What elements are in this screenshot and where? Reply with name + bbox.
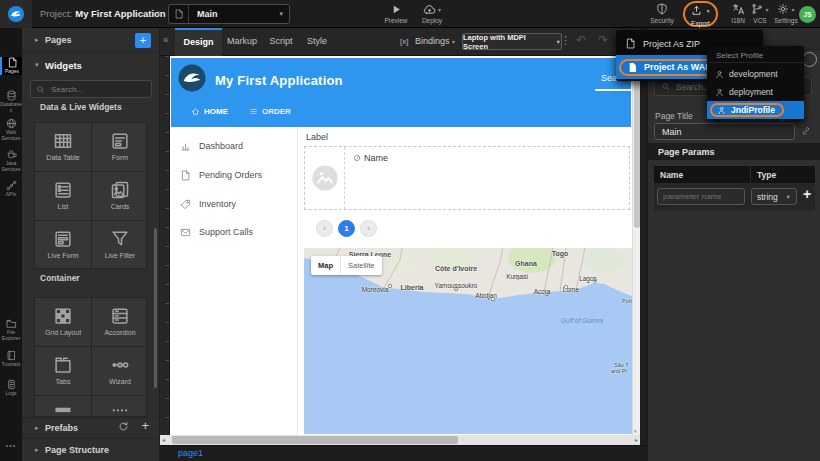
- page-params-header[interactable]: Page Params: [648, 143, 820, 160]
- redo-button[interactable]: ↷: [598, 33, 608, 47]
- widget-list[interactable]: List: [35, 172, 91, 220]
- undo-button[interactable]: ↶: [576, 33, 586, 47]
- widget-live-filter[interactable]: Live Filter: [92, 221, 147, 269]
- widget-search-input[interactable]: [49, 84, 146, 95]
- widget-tabs[interactable]: Tabs: [35, 347, 91, 395]
- filter-icon: [110, 229, 130, 249]
- preview-button[interactable]: Preview: [376, 2, 416, 24]
- api-icon: [0, 180, 22, 191]
- refresh-icon[interactable]: [118, 421, 129, 432]
- pagination-next-button[interactable]: ›: [360, 220, 377, 237]
- accordion-icon: [110, 306, 130, 326]
- list-widget[interactable]: Name: [304, 146, 630, 210]
- design-canvas[interactable]: My First Application Search HOMEORDER Da…: [170, 56, 632, 435]
- menu-item-support-calls[interactable]: Support Calls: [170, 224, 298, 240]
- widgets-section-header[interactable]: ▾ Widgets: [22, 53, 160, 77]
- sidebar-item-web-services[interactable]: Web Services: [0, 118, 22, 141]
- sidebar-item-file-explorer[interactable]: File Explorer: [0, 318, 22, 341]
- app-header[interactable]: My First Application Search HOMEORDER: [171, 58, 631, 127]
- scroll-right-icon[interactable]: ▸: [635, 436, 638, 443]
- add-param-button[interactable]: +: [803, 186, 811, 202]
- sidebar-item-tutorials[interactable]: Tutorials: [0, 350, 22, 368]
- widget-search[interactable]: [30, 80, 152, 98]
- security-button[interactable]: Security: [642, 2, 682, 24]
- profile-option-development[interactable]: development: [707, 65, 804, 83]
- user-avatar[interactable]: JS: [799, 6, 816, 23]
- map-type-map[interactable]: Map: [311, 256, 340, 275]
- tag-icon: [180, 199, 191, 210]
- rail-more-button[interactable]: •••: [0, 442, 22, 449]
- tab-style[interactable]: Style: [298, 28, 336, 56]
- scroll-left-icon[interactable]: ◂: [162, 436, 165, 443]
- tab-markup[interactable]: Markup: [220, 28, 264, 56]
- map-widget[interactable]: MapSatellite Sierra LeoneCôte d'IvoireGh…: [304, 248, 632, 434]
- vertical-ruler: [160, 56, 170, 435]
- nav-item-order[interactable]: ORDER: [249, 107, 291, 116]
- more-options-icon[interactable]: ⋮: [560, 34, 571, 47]
- sidebar-item-pages[interactable]: Pages: [0, 57, 22, 75]
- map-label: Yamoussoukro: [435, 282, 478, 289]
- pagination-prev-button[interactable]: ‹: [316, 220, 333, 237]
- bind-link-icon[interactable]: [801, 126, 811, 136]
- widget-cell-partial[interactable]: [92, 396, 147, 417]
- bindings-button[interactable]: Bindings: [415, 36, 450, 46]
- canvas-vertical-scrollbar[interactable]: ▾: [632, 56, 640, 435]
- profile-option-deployment[interactable]: deployment: [707, 83, 804, 101]
- label-widget[interactable]: Label: [306, 132, 328, 142]
- widget-grid-layout[interactable]: Grid Layout: [35, 298, 91, 346]
- export-button[interactable]: ▾ Export: [683, 1, 718, 27]
- tab-design[interactable]: Design: [175, 28, 222, 56]
- sidebar-item-java-services[interactable]: Java Services: [0, 149, 22, 172]
- scrollbar-thumb[interactable]: [172, 436, 458, 444]
- pagination-page-1[interactable]: 1: [338, 220, 355, 237]
- page-structure-section-header[interactable]: ▸ Page Structure: [22, 439, 160, 461]
- image-placeholder-icon: [311, 164, 339, 192]
- widget-live-form[interactable]: Live Form: [35, 221, 91, 269]
- nav-item-home[interactable]: HOME: [191, 107, 228, 116]
- widget-wizard[interactable]: Wizard: [92, 347, 147, 395]
- sidebar-item-databases[interactable]: Databases: [0, 90, 22, 113]
- app-logo-icon: [177, 63, 207, 93]
- page-title-input[interactable]: [654, 123, 795, 140]
- widget-data-table[interactable]: Data Table: [35, 123, 91, 171]
- canvas-horizontal-scrollbar[interactable]: ◂ ▸: [160, 435, 640, 445]
- sidebar-item-apis[interactable]: APIs: [0, 180, 22, 198]
- map-label: Monrovia: [362, 286, 389, 293]
- scroll-down-icon[interactable]: ▾: [634, 428, 637, 434]
- column-type: Type: [751, 166, 815, 183]
- left-icon-rail: ••• PagesDatabasesWeb ServicesJava Servi…: [0, 28, 22, 461]
- deploy-button[interactable]: ▾ Deploy: [412, 2, 452, 24]
- menu-item-pending-orders[interactable]: Pending Orders: [170, 167, 298, 183]
- coffee-icon: [0, 149, 22, 160]
- panel-scrollbar[interactable]: [154, 228, 157, 388]
- globe-icon: [0, 118, 22, 129]
- map-type-satellite[interactable]: Satellite: [341, 256, 382, 275]
- widget-accordion[interactable]: Accordion: [92, 298, 147, 346]
- wavemaker-logo[interactable]: [0, 0, 32, 28]
- widget-form[interactable]: Form: [92, 123, 147, 171]
- device-selector[interactable]: Laptop with MDPI Screen▼: [462, 33, 562, 50]
- profile-submenu: Select ProfiledevelopmentdeploymentJndiP…: [707, 46, 804, 121]
- map-type-control[interactable]: MapSatellite: [311, 256, 382, 275]
- widget-cards[interactable]: Cards: [92, 172, 147, 220]
- widget-cell-partial[interactable]: [35, 396, 91, 417]
- page-selector[interactable]: Main ▾: [168, 4, 290, 24]
- open-page-tab[interactable]: page1: [178, 448, 203, 458]
- prefabs-section-header[interactable]: ▸ Prefabs: [22, 417, 160, 439]
- menu-item-dashboard[interactable]: Dashboard: [170, 138, 298, 154]
- sidebar-item-logs[interactable]: Logs: [0, 379, 22, 397]
- collapse-panel-icon[interactable]: «: [163, 34, 169, 45]
- wave-logo-icon: [7, 5, 25, 23]
- add-prefab-button[interactable]: +: [141, 418, 149, 433]
- menu-item-inventory[interactable]: Inventory: [170, 196, 298, 212]
- page-file-icon: [169, 5, 189, 23]
- page-icon: [2, 57, 22, 68]
- tab-script[interactable]: Script: [260, 28, 302, 56]
- param-type-select[interactable]: string▼: [751, 188, 797, 205]
- param-name-input[interactable]: [657, 188, 745, 205]
- app-title: My First Application: [215, 73, 343, 88]
- panel-circle-icon[interactable]: [802, 52, 817, 67]
- panelbar-icon: [53, 404, 73, 417]
- add-page-button[interactable]: +: [135, 33, 151, 48]
- profile-option-jndiprofile[interactable]: JndiProfile: [707, 101, 804, 119]
